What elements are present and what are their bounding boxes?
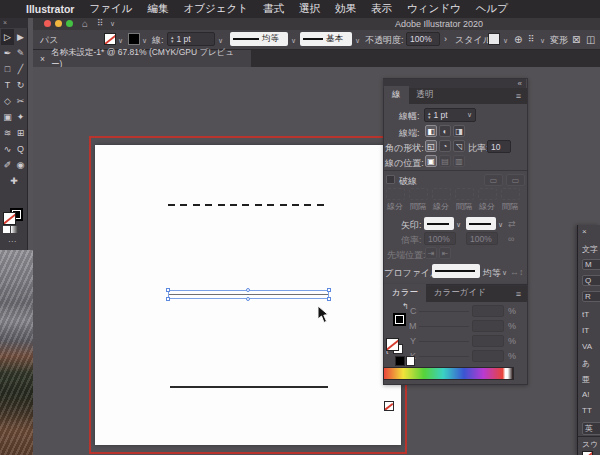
black-quick-swatch[interactable]	[395, 356, 405, 366]
gap-field-3[interactable]	[501, 188, 520, 200]
tools-fill-swatch[interactable]	[3, 212, 16, 225]
channel-c-field[interactable]	[472, 305, 504, 317]
leading-icon[interactable]: IT	[582, 326, 600, 335]
none-swatch[interactable]	[582, 451, 593, 455]
shaper-tool-icon[interactable]: ∿	[1, 141, 14, 157]
shape-builder-tool-icon[interactable]: ▣	[1, 109, 14, 125]
menu-file[interactable]: ファイル	[89, 2, 132, 16]
line-segment-tool-icon[interactable]: ╱	[14, 61, 27, 77]
arrange-icon[interactable]: ◫	[586, 35, 595, 45]
rectangle-tool-icon[interactable]: □	[1, 61, 14, 77]
fill-swatch[interactable]	[104, 33, 116, 45]
close-panel-icon[interactable]: ×	[582, 227, 600, 236]
type-tool-icon[interactable]: T	[1, 77, 14, 93]
stepper-icon[interactable]: ▴▾	[428, 111, 431, 119]
menu-window[interactable]: ウィンドウ	[407, 2, 461, 16]
align-icon[interactable]: ⊠	[572, 35, 580, 45]
arrowhead-end-dropdown[interactable]	[466, 217, 496, 230]
dash-align-button-2[interactable]: ▭	[506, 174, 525, 186]
menu-illustrator[interactable]: Illustrator	[26, 3, 74, 15]
channel-m-slider[interactable]	[419, 326, 469, 327]
join-round-button[interactable]: ◔	[439, 140, 451, 152]
miter-ratio-field[interactable]: 10	[487, 140, 511, 153]
dash-field-2[interactable]	[432, 188, 451, 200]
menu-type[interactable]: 書式	[263, 2, 284, 16]
transform-button[interactable]: 変形	[550, 36, 568, 45]
language-field[interactable]: 英	[582, 422, 600, 435]
align-stroke-outside-button[interactable]: ▥	[453, 155, 465, 167]
dashed-line-object[interactable]	[168, 204, 329, 206]
opacity-more-icon[interactable]: ›	[444, 35, 447, 44]
menu-edit[interactable]: 編集	[147, 2, 168, 16]
tip-align-button[interactable]: ⇤	[439, 247, 451, 259]
white-quick-swatch-2[interactable]	[406, 356, 415, 366]
anchor-point[interactable]	[166, 297, 170, 301]
anchor-point[interactable]	[246, 288, 250, 292]
color-mode-button[interactable]	[3, 226, 10, 233]
stroke-chevron-icon[interactable]: ∨	[142, 37, 147, 45]
solid-line-object[interactable]	[170, 386, 328, 388]
arrow-scale-end-field[interactable]: 100%	[466, 232, 498, 245]
close-tab-icon[interactable]: ×	[40, 54, 45, 64]
color-fill-swatch[interactable]	[386, 338, 399, 351]
brush-chevron-icon[interactable]: ∨	[355, 37, 360, 45]
channel-k-field[interactable]	[472, 350, 504, 362]
tsume-icon[interactable]: あ	[582, 358, 600, 369]
opacity-input[interactable]: 100%	[406, 32, 440, 46]
arrowhead-start-chevron-icon[interactable]: ∨	[456, 221, 461, 229]
color-stroke-swatch[interactable]	[393, 313, 406, 326]
selected-line-object[interactable]	[168, 290, 329, 299]
minimize-window-button[interactable]	[55, 20, 62, 27]
gap-field-2[interactable]	[455, 188, 474, 200]
font-search-icon[interactable]: Q	[582, 275, 600, 286]
stroke-weight-chevron-icon[interactable]: ∨	[218, 37, 223, 45]
grid-view-chevron-icon[interactable]: ∨	[110, 20, 115, 28]
anchor-point[interactable]	[327, 297, 331, 301]
eyedropper-tool-icon[interactable]: ✦	[14, 109, 27, 125]
anchor-point[interactable]	[246, 297, 250, 301]
channel-c-slider[interactable]	[419, 311, 469, 312]
document-tab[interactable]: × 名称未設定-1* @ 67.81% (CMYK/GPU プレビュー)	[33, 50, 251, 67]
tab-transparency[interactable]: 透明	[409, 86, 442, 104]
stepper-icon[interactable]: ▴▾	[171, 35, 174, 43]
panel-menu-icon[interactable]: ≡	[510, 88, 527, 104]
style-swatch[interactable]	[488, 33, 500, 45]
character-rotation-icon[interactable]: 亜	[582, 374, 600, 385]
join-miter-button[interactable]: ◱	[425, 140, 437, 152]
cap-butt-button[interactable]: ◧	[425, 125, 437, 137]
pen-tool-icon[interactable]: ✒	[1, 45, 14, 61]
channel-k-slider[interactable]	[419, 356, 469, 357]
color-panel-menu-icon[interactable]: ≡	[510, 286, 527, 302]
direct-selection-tool-icon[interactable]: ▶	[14, 29, 27, 45]
kerning-icon[interactable]: VA	[582, 342, 600, 351]
gap-field-1[interactable]	[409, 188, 428, 200]
free-transform-tool-icon[interactable]: ⊞	[14, 125, 27, 141]
color-spectrum-bar[interactable]	[383, 367, 514, 380]
brush-definition-dropdown[interactable]: 基本	[300, 32, 352, 46]
document-setup-globe-icon[interactable]: ⊕	[514, 35, 522, 45]
menu-view[interactable]: 表示	[371, 2, 392, 16]
tip-extend-button[interactable]: ⇥	[425, 247, 437, 259]
dash-field-3[interactable]	[478, 188, 497, 200]
cap-round-button[interactable]: ◐	[439, 125, 451, 137]
join-bevel-button[interactable]: ◹	[453, 140, 465, 152]
align-stroke-center-button[interactable]: ▣	[425, 155, 437, 167]
anchor-point[interactable]	[327, 288, 331, 292]
close-window-button[interactable]	[44, 20, 51, 27]
menu-select[interactable]: 選択	[299, 2, 320, 16]
align-stroke-inside-button[interactable]: ▤	[439, 155, 451, 167]
channel-y-slider[interactable]	[419, 341, 469, 342]
font-style-field[interactable]: R	[582, 291, 600, 302]
preferences-grid-icon[interactable]: ⠿	[528, 35, 535, 44]
hand-tool-icon[interactable]: ✚	[8, 173, 21, 189]
width-profile-panel-dropdown[interactable]	[432, 264, 480, 278]
width-profile-dropdown[interactable]: 均等	[230, 32, 288, 46]
rotate-tool-icon[interactable]: ↻	[14, 77, 27, 93]
profile-panel-chevron-icon[interactable]: ∨	[502, 269, 507, 277]
channel-m-field[interactable]	[472, 320, 504, 332]
link-scale-icon[interactable]: ∞	[508, 235, 514, 244]
tab-color[interactable]: カラー	[384, 284, 426, 302]
dashed-line-checkbox[interactable]	[386, 175, 395, 184]
cap-projecting-button[interactable]: ◨	[453, 125, 465, 137]
stroke-weight-field[interactable]: ▴▾ 1 pt ∨	[424, 108, 476, 122]
